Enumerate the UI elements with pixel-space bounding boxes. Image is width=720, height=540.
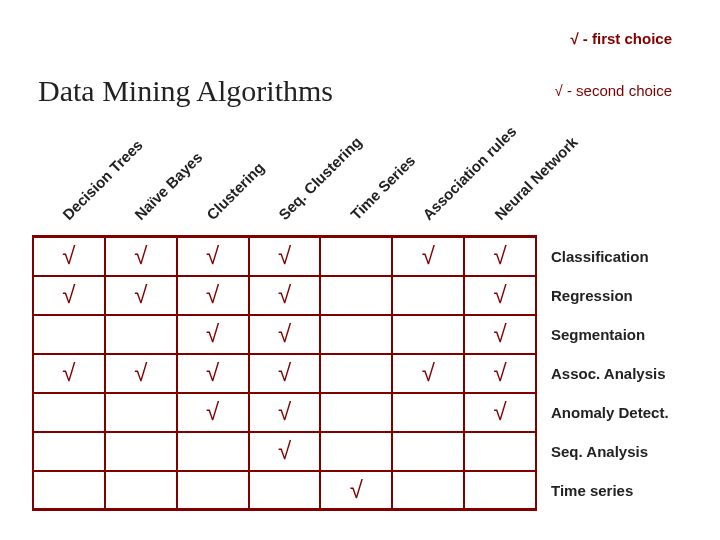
table-row: √ √ √ Anomaly Detect. xyxy=(33,393,686,432)
grid-cell: √ xyxy=(249,354,321,393)
grid-cell: √ xyxy=(33,237,105,276)
grid-cell: √ xyxy=(249,393,321,432)
grid-cell xyxy=(105,471,177,510)
table-row: √ √ √ √ √ √ Assoc. Analysis xyxy=(33,354,686,393)
grid-cell: √ xyxy=(177,237,249,276)
grid-cell: √ xyxy=(33,276,105,315)
grid-cell xyxy=(392,432,464,471)
grid-cell xyxy=(464,432,536,471)
legend-first-choice: √ - first choice xyxy=(570,30,672,47)
legend-second-choice: √ - second choice xyxy=(555,82,672,99)
grid-cell: √ xyxy=(249,276,321,315)
grid-cell xyxy=(392,315,464,354)
grid-cell: √ xyxy=(249,237,321,276)
grid-cell: √ xyxy=(105,237,177,276)
grid-cell: √ xyxy=(249,432,321,471)
grid-cell: √ xyxy=(392,237,464,276)
row-label: Seq. Analysis xyxy=(536,432,686,471)
row-label: Time series xyxy=(536,471,686,510)
grid-cell xyxy=(33,432,105,471)
grid-cell xyxy=(320,393,392,432)
grid-cell xyxy=(33,471,105,510)
grid-cell xyxy=(392,276,464,315)
grid-cell xyxy=(392,471,464,510)
row-label: Assoc. Analysis xyxy=(536,354,686,393)
grid-cell xyxy=(464,471,536,510)
grid-cell: √ xyxy=(464,393,536,432)
grid-cell: √ xyxy=(464,237,536,276)
grid-cell: √ xyxy=(105,354,177,393)
grid-cell xyxy=(105,393,177,432)
grid-cell: √ xyxy=(177,315,249,354)
grid-cell xyxy=(177,471,249,510)
grid-cell xyxy=(33,315,105,354)
column-headers: Decision Trees Naïve Bayes Clustering Se… xyxy=(32,115,687,235)
grid-cell: √ xyxy=(177,393,249,432)
grid-cell xyxy=(105,315,177,354)
row-label: Segmentaion xyxy=(536,315,686,354)
grid-cell xyxy=(320,237,392,276)
table-row: √ √ √ √ √ √ Classification xyxy=(33,237,686,276)
grid-cell: √ xyxy=(105,276,177,315)
grid-table: √ √ √ √ √ √ Classification √ √ √ √ √ Reg… xyxy=(32,235,687,511)
grid-cell: √ xyxy=(392,354,464,393)
row-label: Anomaly Detect. xyxy=(536,393,686,432)
grid-cell: √ xyxy=(177,276,249,315)
grid-cell xyxy=(33,393,105,432)
table-row: √ √ √ √ √ Regression xyxy=(33,276,686,315)
grid-cell xyxy=(392,393,464,432)
grid-cell: √ xyxy=(320,471,392,510)
row-label: Regression xyxy=(536,276,686,315)
grid-cell xyxy=(320,276,392,315)
grid-cell: √ xyxy=(33,354,105,393)
page-title: Data Mining Algorithms xyxy=(38,74,333,108)
col-header: Neural Network xyxy=(491,133,581,223)
table-row: √ Time series xyxy=(33,471,686,510)
grid-cell xyxy=(249,471,321,510)
row-label: Classification xyxy=(536,237,686,276)
grid-cell xyxy=(320,354,392,393)
grid-cell: √ xyxy=(464,315,536,354)
grid-cell: √ xyxy=(464,276,536,315)
table-row: √ Seq. Analysis xyxy=(33,432,686,471)
grid-cell: √ xyxy=(249,315,321,354)
grid-cell: √ xyxy=(177,354,249,393)
grid-cell xyxy=(320,315,392,354)
grid-cell xyxy=(320,432,392,471)
grid-cell xyxy=(105,432,177,471)
grid-cell: √ xyxy=(464,354,536,393)
grid-cell xyxy=(177,432,249,471)
table-row: √ √ √ Segmentaion xyxy=(33,315,686,354)
algorithm-matrix: Decision Trees Naïve Bayes Clustering Se… xyxy=(32,115,687,511)
